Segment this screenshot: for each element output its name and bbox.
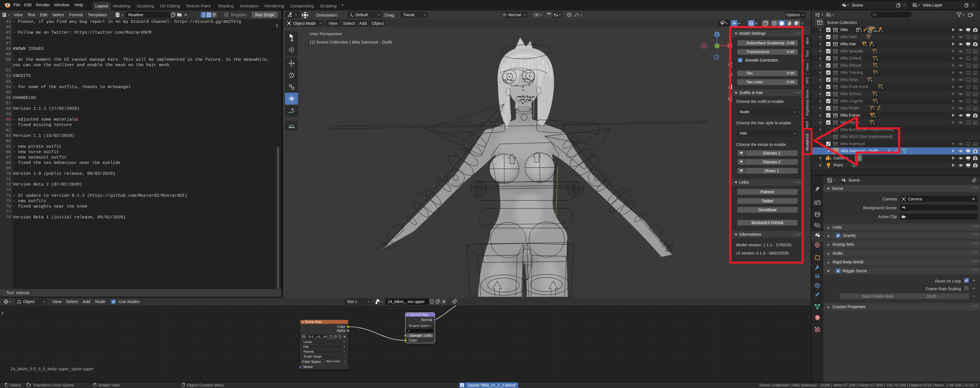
svg-text:Z: Z xyxy=(716,33,718,37)
svg-text:X: X xyxy=(729,44,731,48)
